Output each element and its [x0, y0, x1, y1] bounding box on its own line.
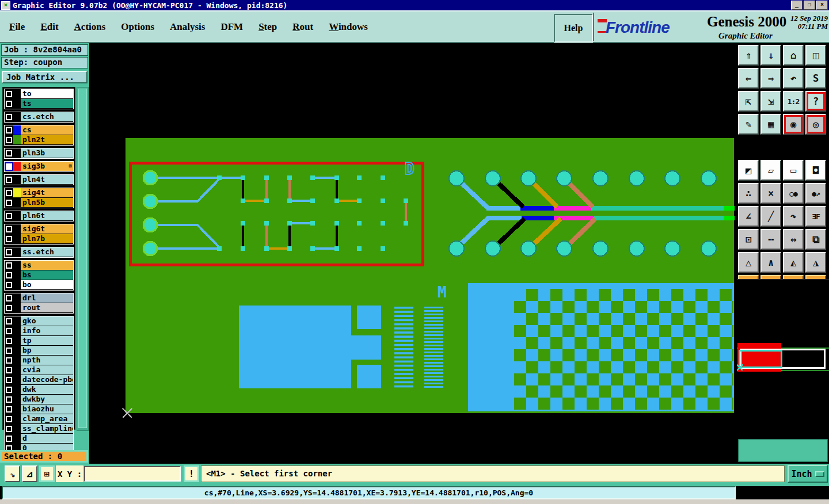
layer-visibility-checkbox[interactable]: [5, 356, 13, 365]
layer-visibility-checkbox[interactable]: [5, 280, 13, 289]
zoom-1-2-button[interactable]: 1:2: [783, 91, 804, 112]
layer-list-scrollbar[interactable]: [77, 87, 89, 431]
layer-name-label[interactable]: clamp_area: [21, 414, 73, 423]
layer-row-biaozhu[interactable]: biaozhu: [5, 404, 73, 414]
break-line-button[interactable]: ╍: [760, 229, 781, 250]
layer-visibility-checkbox[interactable]: [5, 99, 13, 108]
layer-row-cs[interactable]: cs: [5, 125, 73, 135]
layer-display-button[interactable]: ◉: [783, 114, 804, 135]
layer-visibility-checkbox[interactable]: [5, 247, 13, 257]
layer-name-label[interactable]: dwk: [21, 385, 73, 394]
angle-mode-button[interactable]: ⊿: [22, 465, 37, 482]
layer-name-label[interactable]: npth: [21, 356, 73, 365]
layer-visibility-checkbox[interactable]: [5, 234, 13, 243]
menu-dfm[interactable]: DFM: [220, 21, 243, 33]
layer-visibility-checkbox[interactable]: [5, 89, 13, 98]
measure-width-button[interactable]: ↔: [783, 229, 804, 250]
menu-edit[interactable]: Edit: [40, 21, 58, 33]
layer-name-label[interactable]: datecode-pbo: [21, 375, 73, 384]
move-point-button[interactable]: ●↗: [805, 183, 826, 204]
layer-row-info[interactable]: info: [5, 326, 73, 336]
layer-color-swatch[interactable]: [13, 414, 21, 423]
layer-row-tp[interactable]: tp: [5, 336, 73, 346]
layer-name-label[interactable]: bs: [21, 270, 73, 280]
layer-row-ss[interactable]: ss: [5, 261, 73, 270]
pcb-canvas[interactable]: D M: [89, 43, 737, 466]
layer-visibility-checkbox[interactable]: [5, 224, 13, 234]
layer-color-swatch[interactable]: [13, 135, 21, 144]
layer-color-swatch[interactable]: [13, 336, 21, 345]
layer-row-bo[interactable]: bo: [5, 280, 73, 290]
layer-name-label[interactable]: cs.etch: [21, 112, 73, 121]
layer-name-label[interactable]: gko: [21, 316, 73, 326]
menu-actions[interactable]: Actions: [74, 21, 106, 33]
layer-row-pln6t[interactable]: pln6t: [5, 211, 73, 221]
layer-name-label[interactable]: d: [21, 434, 73, 443]
layer-name-label[interactable]: ts: [21, 99, 73, 108]
layer-visibility-checkbox[interactable]: [5, 211, 13, 220]
layer-visibility-checkbox[interactable]: [5, 375, 13, 384]
layer-name-label[interactable]: info: [21, 326, 73, 335]
layer-color-swatch[interactable]: [13, 247, 21, 257]
layer-color-swatch[interactable]: [13, 261, 21, 270]
layer-name-label[interactable]: pln7b: [21, 234, 73, 243]
layer-color-swatch[interactable]: [13, 326, 21, 335]
layer-color-swatch[interactable]: [13, 385, 21, 394]
layer-color-swatch[interactable]: [13, 404, 21, 414]
copy-outline-button[interactable]: ▱: [760, 160, 781, 181]
layer-color-swatch[interactable]: [13, 346, 21, 355]
angle-measure-button[interactable]: ∠: [738, 206, 759, 227]
layer-visibility-checkbox[interactable]: [5, 175, 13, 184]
zoom-center-button[interactable]: ⇲: [760, 91, 781, 112]
triangle-mode-3-button[interactable]: ◭: [783, 252, 804, 273]
layer-row-pln2t[interactable]: pln2t: [5, 135, 73, 145]
layer-row-rout[interactable]: rout: [5, 303, 73, 313]
triangle-mode-2-button[interactable]: ∧: [760, 252, 781, 273]
layer-visibility-checkbox[interactable]: [5, 148, 13, 158]
layer-color-swatch[interactable]: [13, 224, 21, 234]
layer-name-label[interactable]: drl: [21, 293, 73, 303]
menu-windows[interactable]: Windows: [329, 21, 368, 33]
layer-name-label[interactable]: pln3b: [21, 148, 73, 158]
alert-button[interactable]: !: [184, 465, 199, 482]
scrollbar-thumb[interactable]: [78, 89, 87, 428]
slant-line-button[interactable]: ╱: [760, 206, 781, 227]
triangle-mode-1-button[interactable]: △: [738, 252, 759, 273]
layer-name-label[interactable]: pln5b: [21, 198, 73, 207]
layer-row-clamp_area[interactable]: clamp_area: [5, 414, 73, 424]
grid-snap-button[interactable]: ⊞: [39, 465, 55, 482]
layer-row-bs[interactable]: bs: [5, 270, 73, 280]
zoom-out-button[interactable]: ⇱: [738, 91, 759, 112]
layer-color-swatch[interactable]: [13, 293, 21, 303]
layer-row-sig4t[interactable]: sig4t: [5, 188, 73, 198]
layer-color-swatch[interactable]: [13, 434, 21, 443]
layer-visibility-checkbox[interactable]: [5, 395, 13, 404]
menu-file[interactable]: File: [9, 21, 25, 33]
layer-name-label[interactable]: dwkby: [21, 395, 73, 404]
layer-color-swatch[interactable]: [13, 234, 21, 243]
layer-visibility-checkbox[interactable]: [5, 326, 13, 335]
layer-name-label[interactable]: pln2t: [21, 135, 73, 144]
layer-color-swatch[interactable]: [13, 303, 21, 312]
layer-visibility-checkbox[interactable]: [5, 346, 13, 355]
view-right-button[interactable]: ⇒: [760, 68, 781, 89]
layer-row-pln5b[interactable]: pln5b: [5, 198, 73, 208]
layer-row-drl[interactable]: drl: [5, 293, 73, 303]
view-down-button[interactable]: ⇓: [760, 45, 781, 66]
rotate-arc-button[interactable]: ↷: [783, 206, 804, 227]
layer-name-label[interactable]: pln6t: [21, 211, 73, 220]
net-points-button[interactable]: ∴: [738, 183, 759, 204]
layer-name-label[interactable]: cs: [21, 125, 73, 135]
layer-color-swatch[interactable]: [13, 162, 21, 171]
layer-visibility-checkbox[interactable]: [5, 188, 13, 197]
layer-row-bp[interactable]: bp: [5, 346, 73, 356]
layer-row-npth[interactable]: npth: [5, 356, 73, 365]
close-button[interactable]: ×: [816, 1, 828, 10]
layer-visibility-checkbox[interactable]: [5, 316, 13, 326]
layer-row-ss.etch[interactable]: ss.etch: [5, 247, 73, 257]
layer-row-ss_clampline[interactable]: ss_clampline: [5, 424, 73, 434]
layer-visibility-checkbox[interactable]: [5, 385, 13, 394]
layer-color-swatch[interactable]: [13, 89, 21, 98]
layer-row-to[interactable]: to: [5, 89, 73, 99]
layer-color-swatch[interactable]: [13, 125, 21, 135]
